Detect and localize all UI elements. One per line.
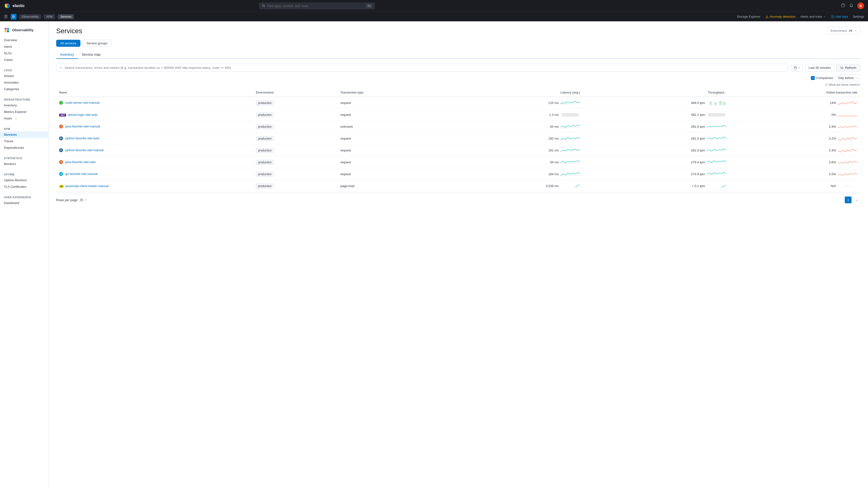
next-page-button[interactable]: ›	[854, 196, 860, 203]
breadcrumb-d[interactable]: D	[11, 14, 17, 20]
add-data-icon	[831, 15, 834, 19]
sidebar-item-inventory[interactable]: Inventory	[0, 102, 48, 109]
comparison-chevron-icon	[855, 77, 858, 79]
logo-text: elastic	[12, 4, 25, 8]
rows-per-page: Rows per page: 25	[56, 198, 87, 202]
page-1-button[interactable]: 1	[845, 196, 851, 203]
breadcrumb-actions: Storage Explorer Anomaly detection Alert…	[737, 15, 864, 19]
sidebar-item-hosts[interactable]: Hosts ⚠	[0, 115, 48, 122]
col-transaction-type[interactable]: Transaction type	[337, 88, 440, 97]
col-latency[interactable]: Latency (avg.)	[440, 88, 583, 97]
latency-cell: 3,539 ms	[440, 180, 583, 192]
latency-sparkline-5	[561, 147, 580, 154]
sidebar-item-anomalies[interactable]: Anomalies	[0, 79, 48, 86]
table-row: JS javascript-client-elastic-manual prod…	[56, 180, 860, 192]
sidebar-item-metrics-explorer[interactable]: Metrics Explorer	[0, 109, 48, 115]
rows-per-page-value: 25	[80, 198, 83, 202]
sidebar-item-traces[interactable]: Traces	[0, 138, 48, 145]
svg-point-7	[843, 6, 843, 6]
col-throughput[interactable]: Throughput ↓	[583, 88, 729, 97]
main-tabs: All services Service groups	[56, 40, 860, 47]
time-selector[interactable]: Last 30 minutes	[805, 64, 835, 71]
failed-sparkline-4	[838, 135, 857, 142]
service-link-python2[interactable]: python-favorite-otel-manual	[65, 148, 104, 152]
sidebar-item-dashboard[interactable]: Dashboard	[0, 200, 48, 206]
tab-service-groups[interactable]: Service groups	[82, 40, 112, 47]
environment-selector[interactable]: Environment All	[827, 27, 860, 34]
service-link-dotnet[interactable]: dotnet-login-otel-auto	[68, 113, 98, 117]
logo[interactable]: elastic	[4, 2, 25, 9]
throughput-cell: 281.5 tpm	[583, 132, 729, 145]
calendar-button[interactable]	[791, 64, 803, 71]
storage-explorer-link[interactable]: Storage Explorer	[737, 15, 761, 19]
tab-all-services[interactable]: All services	[56, 40, 81, 47]
refresh-button[interactable]: Refresh	[836, 64, 860, 71]
throughput-sparkline-7	[707, 171, 726, 177]
service-link-python1[interactable]: python-favorite-otel-auto	[65, 136, 99, 140]
failed-sparkline-3	[838, 123, 857, 130]
services-table: Name Environment Transaction type Latenc…	[56, 88, 860, 192]
metrics-help[interactable]: What are these metrics?	[56, 83, 860, 87]
sidebar-item-slos[interactable]: SLOs	[0, 50, 48, 57]
sidebar-item-overview[interactable]: Overview	[0, 37, 48, 43]
table-row: P python-favorite-otel-manual production…	[56, 145, 860, 156]
comparison-select[interactable]: Day before	[836, 74, 860, 81]
sidebar-item-cases[interactable]: Cases	[0, 57, 48, 63]
sidebar-item-uptime-monitors[interactable]: Uptime Monitors	[0, 177, 48, 183]
col-environment[interactable]: Environment	[253, 88, 338, 97]
sidebar-item-alerts[interactable]: Alerts	[0, 43, 48, 50]
col-failed-rate[interactable]: Failed transaction rate	[729, 88, 860, 97]
comparison-row: Comparison Day before	[56, 74, 860, 81]
subtab-service-map[interactable]: Service map	[78, 51, 104, 59]
service-icon-node	[59, 101, 63, 105]
latency-sparkline-4	[561, 135, 580, 142]
breadcrumb-observability[interactable]: Observability	[20, 14, 41, 19]
anomaly-detection-link[interactable]: Anomaly detection	[765, 15, 796, 19]
sidebar-item-monitors[interactable]: Monitors	[0, 161, 48, 167]
latency-sparkline-6	[561, 159, 580, 165]
refresh-label: Refresh	[845, 66, 856, 69]
env-label: Environment	[831, 29, 847, 32]
svg-rect-21	[562, 113, 579, 117]
failed-sparkline-6	[838, 159, 857, 165]
user-avatar[interactable]: D	[857, 2, 864, 9]
sidebar-item-services[interactable]: Services	[0, 131, 48, 138]
rows-per-page-select[interactable]: 25	[80, 198, 87, 202]
prev-page-button[interactable]: ‹	[836, 196, 843, 203]
breadcrumb-services[interactable]: Services	[58, 14, 74, 19]
filter-search[interactable]	[56, 64, 788, 72]
latency-sparkline-8	[561, 182, 580, 189]
service-link-java2[interactable]: java-favorite-otel-auto	[65, 160, 96, 164]
breadcrumb-apm[interactable]: APM	[44, 14, 55, 19]
comparison-checkbox[interactable]	[811, 76, 815, 80]
sidebar-item-tls[interactable]: TLS Certificates	[0, 183, 48, 190]
hamburger-menu[interactable]: ☰	[4, 14, 8, 20]
alerts-rules-link[interactable]: Alerts and rules	[800, 15, 826, 19]
search-shortcut: ⌘/	[366, 4, 372, 8]
help-icon[interactable]	[841, 3, 845, 8]
comparison-check[interactable]: Comparison	[811, 76, 833, 80]
global-search-input[interactable]	[267, 4, 364, 8]
comparison-label: Comparison	[816, 76, 833, 80]
service-link-js[interactable]: javascript-client-elastic-manual	[66, 184, 109, 188]
subtab-inventory[interactable]: Inventory	[56, 51, 78, 59]
sidebar-section-main: Overview Alerts SLOs Cases	[0, 37, 48, 63]
sidebar-item-stream[interactable]: Stream	[0, 73, 48, 79]
service-link-node[interactable]: node-server-otel-manual	[65, 101, 100, 104]
rows-chevron-icon	[84, 199, 87, 201]
environment-cell: production	[253, 168, 338, 180]
pagination: ‹ 1 ›	[836, 196, 860, 203]
service-link-go[interactable]: go-favorite-otel-manual	[65, 172, 98, 176]
col-name[interactable]: Name	[56, 88, 253, 97]
settings-link[interactable]: Settings	[853, 15, 864, 19]
add-data-link[interactable]: Add data	[831, 15, 848, 19]
search-bar[interactable]: ⌘/	[259, 2, 375, 9]
service-link-java1[interactable]: java-favorite-otel-manual	[65, 125, 100, 128]
sidebar-item-dependencies[interactable]: Dependencies	[0, 145, 48, 151]
sidebar-item-categories[interactable]: Categories	[0, 86, 48, 92]
main-content: Services Environment All All services Se…	[49, 21, 868, 488]
svg-rect-20	[723, 102, 725, 105]
service-name-cell: JS javascript-client-elastic-manual	[56, 180, 253, 192]
filter-search-input[interactable]	[65, 66, 785, 69]
notifications-icon[interactable]	[849, 3, 854, 8]
